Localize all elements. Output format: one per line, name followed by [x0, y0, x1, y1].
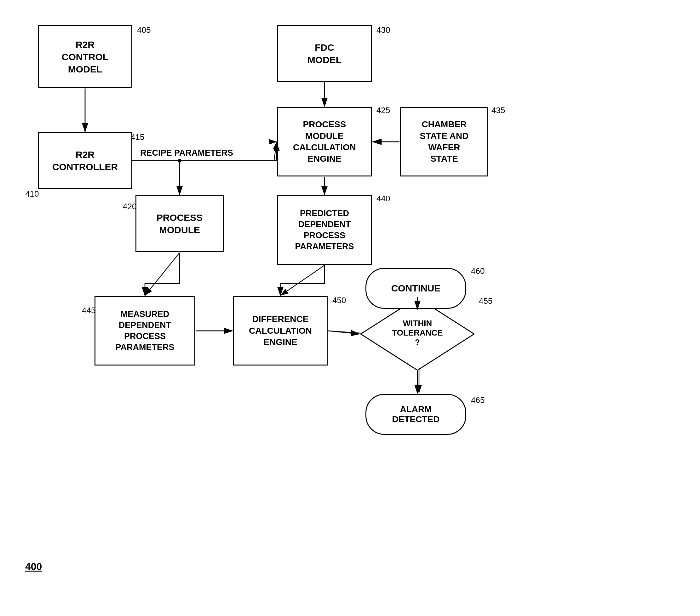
ref-465: 465 [471, 395, 485, 405]
svg-line-10 [280, 265, 324, 296]
svg-text:WITHIN: WITHIN [403, 319, 432, 328]
ref-415: 415 [131, 132, 144, 142]
ref-405: 405 [137, 25, 151, 35]
continue-label: CONTINUE [391, 283, 441, 294]
svg-line-28 [328, 331, 360, 334]
alarm-label: ALARMDETECTED [392, 404, 440, 424]
ref-455: 455 [479, 296, 492, 306]
alarm-oval: ALARMDETECTED [365, 394, 466, 435]
process-module-box: PROCESSMODULE [136, 195, 224, 252]
ref-410: 410 [25, 189, 39, 199]
svg-line-4 [274, 142, 277, 161]
process-module-label: PROCESSMODULE [157, 211, 203, 236]
ref-420: 420 [123, 202, 136, 211]
fdc-model-label: FDCMODEL [308, 41, 341, 66]
chamber-state-label: CHAMBERSTATE ANDWAFERSTATE [420, 119, 468, 165]
ref-460: 460 [471, 266, 485, 276]
recipe-params-label: RECIPE PARAMETERS [140, 148, 233, 158]
r2r-control-model-box: R2R CONTROL MODEL [38, 25, 132, 88]
fdc-model-box: FDCMODEL [277, 25, 372, 82]
ref-445: 445 [82, 306, 96, 316]
chamber-state-box: CHAMBERSTATE ANDWAFERSTATE [400, 107, 488, 176]
svg-point-24 [178, 159, 182, 163]
ref-425: 425 [376, 106, 390, 115]
measured-params-label: MEASUREDDEPENDENTPROCESSPARAMETERS [115, 309, 174, 353]
ref-450: 450 [332, 296, 346, 305]
ref-435: 435 [491, 106, 505, 115]
ref-440: 440 [376, 194, 390, 204]
process-module-calc-box: PROCESSMODULECALCULATIONENGINE [277, 107, 372, 176]
svg-text:?: ? [415, 337, 420, 347]
r2r-control-model-label: R2R CONTROL MODEL [62, 38, 108, 75]
r2r-controller-box: R2RCONTROLLER [38, 132, 132, 189]
r2r-controller-label: R2RCONTROLLER [52, 148, 118, 173]
difference-calc-label: DIFFERENCECALCULATIONENGINE [249, 313, 312, 348]
measured-params-box: MEASUREDDEPENDENTPROCESSPARAMETERS [95, 296, 195, 366]
svg-text:TOLERANCE: TOLERANCE [392, 328, 442, 337]
svg-line-9 [145, 253, 179, 296]
continue-oval: CONTINUE [365, 268, 466, 309]
predicted-params-box: PREDICTEDDEPENDENTPROCESSPARAMETERS [277, 195, 372, 265]
difference-calc-box: DIFFERENCECALCULATIONENGINE [233, 296, 328, 366]
ref-430: 430 [376, 25, 390, 35]
predicted-params-label: PREDICTEDDEPENDENTPROCESSPARAMETERS [295, 208, 354, 252]
process-module-calc-label: PROCESSMODULECALCULATIONENGINE [293, 119, 356, 165]
diagram-container: R2R CONTROL MODEL 405 R2RCONTROLLER 410 … [0, 0, 700, 616]
figure-label: 400 [25, 561, 42, 572]
